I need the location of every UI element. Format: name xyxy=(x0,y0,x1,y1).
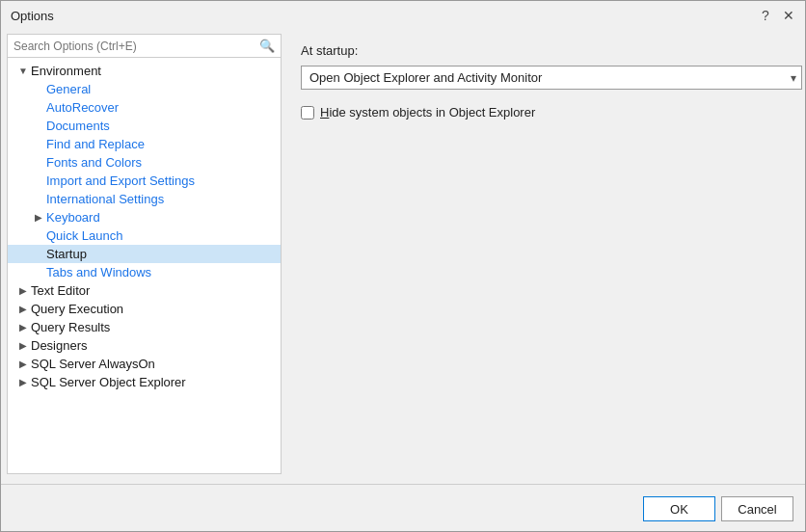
expander-environment: ▼ xyxy=(15,66,31,76)
expander-sql-always-on: ▶ xyxy=(15,359,31,369)
tree-label-query-execution: Query Execution xyxy=(31,302,123,316)
tree-label-tabs-windows: Tabs and Windows xyxy=(46,265,151,279)
tree-label-documents: Documents xyxy=(46,119,110,133)
search-icon: 🔍 xyxy=(259,39,275,53)
ok-button[interactable]: OK xyxy=(643,496,715,521)
tree-label-sql-always-on: SQL Server AlwaysOn xyxy=(31,357,155,371)
left-panel: 🔍 ▼ Environment General AutoRecover xyxy=(7,34,282,474)
expander-query-results: ▶ xyxy=(15,322,31,332)
search-box[interactable]: 🔍 xyxy=(8,35,281,58)
help-button[interactable]: ? xyxy=(757,7,774,24)
checkbox-row: Hide system objects in Object Explorer xyxy=(301,105,802,120)
hide-system-objects-label: Hide system objects in Object Explorer xyxy=(320,105,535,120)
tree-item-query-results[interactable]: ▶ Query Results xyxy=(8,318,281,336)
options-dialog: Options ? ✕ 🔍 ▼ Environment General xyxy=(0,0,806,532)
footer-divider xyxy=(1,484,805,485)
tree-label-fonts-colors: Fonts and Colors xyxy=(46,155,142,170)
tree-label-sql-object-explorer: SQL Server Object Explorer xyxy=(31,375,186,389)
tree-item-autorecover[interactable]: AutoRecover xyxy=(8,98,281,117)
tree-item-fonts-and-colors[interactable]: Fonts and Colors xyxy=(8,153,281,172)
tree-label-text-editor: Text Editor xyxy=(31,283,90,298)
dialog-body: 🔍 ▼ Environment General AutoRecover xyxy=(1,28,805,480)
tree-label-general: General xyxy=(46,82,91,96)
startup-dropdown[interactable]: Open Object Explorer and Activity Monito… xyxy=(301,66,802,90)
at-startup-label: At startup: xyxy=(301,43,802,58)
tree-label-quick-launch: Quick Launch xyxy=(46,228,123,243)
tree-label-keyboard: Keyboard xyxy=(46,210,100,225)
tree-label-find-replace: Find and Replace xyxy=(46,137,145,151)
search-input[interactable] xyxy=(13,40,259,53)
expander-keyboard: ▶ xyxy=(31,212,46,223)
tree-item-text-editor[interactable]: ▶ Text Editor xyxy=(8,281,281,300)
hide-system-objects-checkbox[interactable] xyxy=(301,106,314,120)
tree-label-international: International Settings xyxy=(46,192,164,206)
tree-item-international[interactable]: International Settings xyxy=(8,190,281,208)
close-button[interactable]: ✕ xyxy=(780,7,797,24)
expander-query-execution: ▶ xyxy=(15,304,31,314)
tree-item-query-execution[interactable]: ▶ Query Execution xyxy=(8,300,281,318)
tree-label-query-results: Query Results xyxy=(31,320,110,334)
tree-item-general[interactable]: General xyxy=(8,80,281,98)
expander-text-editor: ▶ xyxy=(15,285,31,296)
title-controls: ? ✕ xyxy=(757,7,797,24)
title-bar: Options ? ✕ xyxy=(1,1,805,28)
tree-label-autorecover: AutoRecover xyxy=(46,100,119,115)
tree-item-import-export[interactable]: Import and Export Settings xyxy=(8,172,281,190)
tree-label-environment: Environment xyxy=(31,64,101,78)
tree-item-startup[interactable]: Startup xyxy=(8,245,281,263)
tree-item-sql-always-on[interactable]: ▶ SQL Server AlwaysOn xyxy=(8,355,281,373)
tree-item-environment[interactable]: ▼ Environment xyxy=(8,62,281,80)
cancel-button[interactable]: Cancel xyxy=(721,496,793,521)
dialog-footer: OK Cancel xyxy=(1,489,805,531)
tree-item-sql-object-explorer[interactable]: ▶ SQL Server Object Explorer xyxy=(8,373,281,391)
expander-designers: ▶ xyxy=(15,340,31,351)
tree-label-startup: Startup xyxy=(46,247,87,261)
tree-item-documents[interactable]: Documents xyxy=(8,117,281,135)
tree-item-keyboard[interactable]: ▶ Keyboard xyxy=(8,208,281,226)
tree-label-designers: Designers xyxy=(31,338,88,353)
tree-item-designers[interactable]: ▶ Designers xyxy=(8,336,281,355)
tree-item-quick-launch[interactable]: Quick Launch xyxy=(8,226,281,245)
right-panel: At startup: Open Object Explorer and Act… xyxy=(282,28,805,480)
options-tree: ▼ Environment General AutoRecover Docume… xyxy=(8,58,281,473)
tree-label-import-export: Import and Export Settings xyxy=(46,173,195,188)
expander-sql-object-explorer: ▶ xyxy=(15,377,31,387)
tree-item-tabs-windows[interactable]: Tabs and Windows xyxy=(8,263,281,281)
dropdown-wrapper: Open Object Explorer and Activity Monito… xyxy=(301,66,802,90)
tree-item-find-and-replace[interactable]: Find and Replace xyxy=(8,135,281,153)
dialog-title: Options xyxy=(11,9,54,23)
